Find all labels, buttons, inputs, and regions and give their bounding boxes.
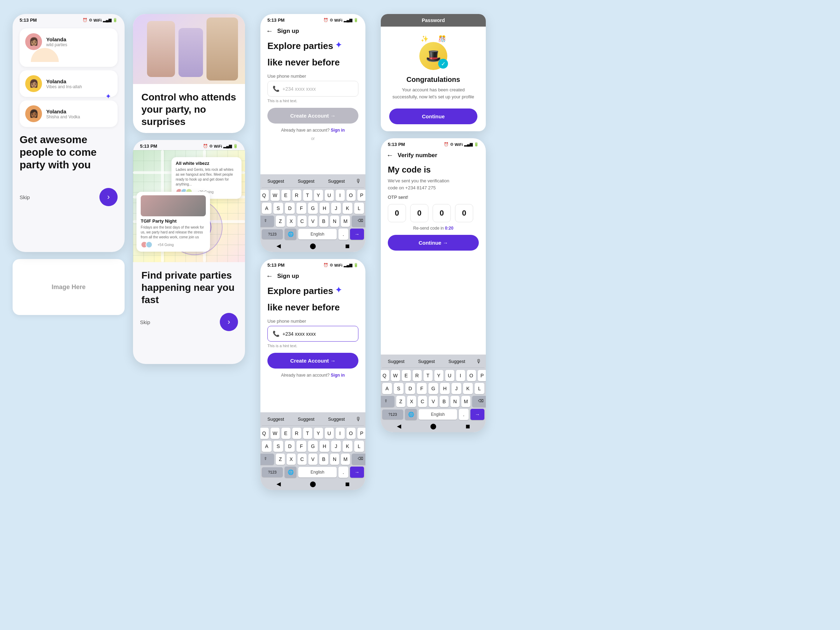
back-arrow-1[interactable]: ← [266,27,273,35]
suggest-vb[interactable]: Suggest [415,357,438,365]
kbd2-z[interactable]: Z [276,453,285,465]
kbdv-123[interactable]: ?123 [382,409,403,419]
kbdv-i[interactable]: I [456,370,465,381]
kbdv-a[interactable]: A [382,383,392,394]
next-btn-3[interactable]: › [220,313,238,331]
kbd-globe[interactable]: 🌐 [284,229,297,240]
kbd-i[interactable]: I [336,190,345,201]
navv-back[interactable]: ◀ [397,423,401,429]
kbd2-d[interactable]: D [285,441,295,452]
kbd-k[interactable]: K [343,203,352,214]
otp-digit-2[interactable]: 0 [410,204,428,222]
kbdv-z[interactable]: Z [396,396,405,407]
nav2-home[interactable]: ⬤ [310,480,316,487]
kbd2-u[interactable]: U [325,428,334,439]
kbd2-a[interactable]: A [262,441,272,452]
kbd-enter[interactable]: → [350,229,364,240]
nav-home[interactable]: ⬤ [310,243,316,249]
suggest-vc[interactable]: Suggest [445,357,468,365]
kbd2-g[interactable]: G [308,441,318,452]
kbd2-c[interactable]: C [297,453,306,465]
kbd2-e[interactable]: E [281,428,291,439]
kbd-u[interactable]: U [325,190,334,201]
sign-in-link-1[interactable]: Sign in [331,128,345,133]
mic-icon-1[interactable]: 🎙 [355,178,361,185]
kbd2-i[interactable]: I [336,428,345,439]
kbd2-r[interactable]: R [292,428,302,439]
kbd2-period[interactable]: . [338,467,348,478]
kbdv-l[interactable]: L [475,383,485,394]
kbdv-e[interactable]: E [402,370,411,381]
kbd-r[interactable]: R [292,190,302,201]
back-arrow-2[interactable]: ← [266,272,273,280]
kbdv-del[interactable]: ⌫ [472,396,486,407]
kbd-z[interactable]: Z [276,216,285,227]
suggest-2c[interactable]: Suggest [325,415,347,423]
kbd2-l[interactable]: L [354,441,364,452]
kbd2-enter[interactable]: → [350,467,364,478]
otp-digit-4[interactable]: 0 [455,204,473,222]
kbd-123[interactable]: ?123 [262,229,283,239]
nav-recents[interactable]: ◼ [345,243,350,249]
congrats-continue-btn[interactable]: Continue [389,109,477,124]
kbdv-v[interactable]: V [429,396,438,407]
kbd-l[interactable]: L [354,203,364,214]
nav2-recents[interactable]: ◼ [345,480,350,487]
kbd2-v[interactable]: V [308,453,317,465]
kbdv-r[interactable]: R [413,370,422,381]
next-btn-1[interactable]: › [99,188,118,206]
kbd-o[interactable]: O [346,190,355,201]
kbdv-n[interactable]: N [450,396,459,407]
kbd2-x[interactable]: X [287,453,296,465]
kbd2-m[interactable]: M [341,453,350,465]
kbdv-g[interactable]: G [428,383,438,394]
kbd-g[interactable]: G [308,203,318,214]
kbdv-period[interactable]: . [459,409,469,420]
kbdv-globe[interactable]: 🌐 [405,409,417,420]
kbdv-shift[interactable]: ⇧ [381,396,395,407]
kbdv-y[interactable]: Y [434,370,444,381]
kbd-b[interactable]: B [319,216,328,227]
create-account-btn-1[interactable]: Create Account → [267,108,358,123]
kbd2-k[interactable]: K [343,441,352,452]
kbd-shift[interactable]: ⇧ [261,216,274,227]
kbdv-m[interactable]: M [461,396,471,407]
kbd-x[interactable]: X [287,216,296,227]
kbd2-globe[interactable]: 🌐 [284,467,297,478]
mic-icon-v[interactable]: 🎙 [476,358,482,365]
navv-home[interactable]: ⬤ [430,423,436,429]
kbd2-f[interactable]: F [297,441,306,452]
kbd-w[interactable]: W [270,190,279,201]
kbdv-b[interactable]: B [440,396,449,407]
otp-digit-3[interactable]: 0 [433,204,451,222]
kbd2-w[interactable]: W [270,428,279,439]
kbdv-u[interactable]: U [445,370,454,381]
kbd2-123[interactable]: ?123 [262,467,283,477]
kbdv-j[interactable]: J [452,383,461,394]
kbd-m[interactable]: M [341,216,350,227]
kbd2-t[interactable]: T [303,428,312,439]
kbdv-space-en[interactable]: English [418,409,457,420]
kbd-h[interactable]: H [319,203,329,214]
kbd2-space-en[interactable]: English [298,467,337,477]
kbd-q[interactable]: Q [261,190,269,201]
skip-label-3[interactable]: Skip [140,319,150,325]
kbd2-j[interactable]: J [331,441,341,452]
mic-icon-2[interactable]: 🎙 [355,416,361,422]
skip-label-1[interactable]: Skip [20,194,30,200]
kbdv-k[interactable]: K [463,383,473,394]
kbd2-b[interactable]: B [319,453,328,465]
kbd2-p[interactable]: P [357,428,366,439]
suggest-1b[interactable]: Suggest [295,177,317,185]
kbdv-t[interactable]: T [423,370,433,381]
kbdv-c[interactable]: C [418,396,427,407]
kbd-f[interactable]: F [297,203,306,214]
kbd2-del[interactable]: ⌫ [352,453,365,465]
kbd-t[interactable]: T [303,190,312,201]
phone-input-2[interactable]: 📞 +234 xxxx xxxx [267,326,358,342]
kbd-space-en[interactable]: English [298,229,337,239]
kbdv-s[interactable]: S [394,383,404,394]
kbd-d[interactable]: D [285,203,295,214]
suggest-1c[interactable]: Suggest [325,177,347,185]
nav2-back[interactable]: ◀ [276,480,281,487]
